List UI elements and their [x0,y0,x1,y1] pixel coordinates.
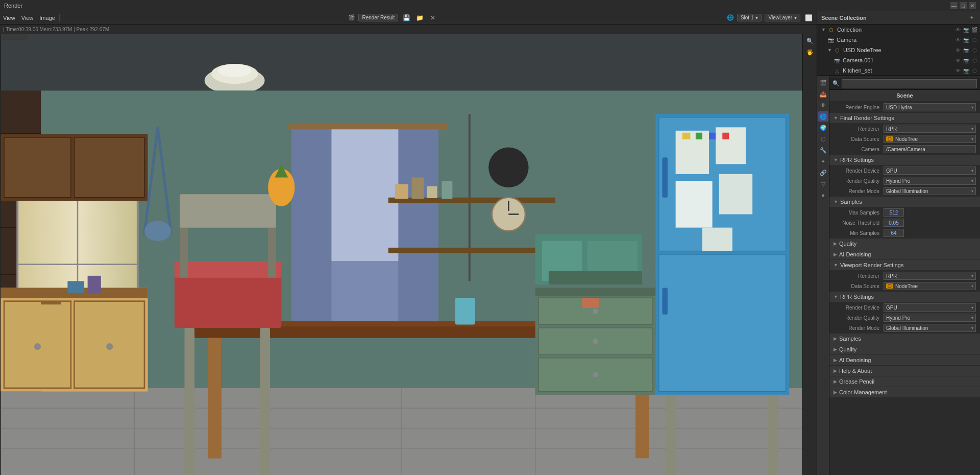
viewport-render-arrow: ▼ [834,263,838,268]
props-icon-modifier[interactable]: 🔧 [818,145,828,155]
fullscreen-icon[interactable]: ⬜ [803,13,814,23]
close-render-icon[interactable]: ✕ [428,13,438,23]
quality-section[interactable]: ▶ Quality [829,239,980,249]
render-device-value-1[interactable]: GPU ▾ [884,167,976,175]
quality-2-title: Quality [839,346,856,352]
nodetree-eye-icon[interactable]: 👁 [954,46,962,54]
nav-icon-2[interactable]: 🖐 [805,47,815,57]
add-collection-icon[interactable]: + [968,14,976,22]
camera001-render-icon[interactable]: ⬡ [971,57,978,64]
quality-section-2[interactable]: ▶ Quality [829,344,980,354]
noise-threshold-value[interactable]: 0.05 [884,219,904,227]
grease-pencil-section[interactable]: ▶ Grease Pencil [829,376,980,387]
samples-section-2[interactable]: ▶ Samples [829,334,980,344]
folder-icon[interactable]: 📁 [414,13,425,23]
render-engine-value[interactable]: USD Hydra ▾ [884,103,976,111]
svg-rect-65 [388,248,555,253]
svg-rect-48 [260,328,270,475]
slot-arrow: ▾ [755,15,758,20]
title-bar-controls[interactable]: — □ ✕ [950,2,976,9]
outliner-item-camera001[interactable]: 📷 Camera.001 👁 📷 ⬡ [817,55,980,65]
props-icon-material[interactable]: ● [818,190,828,200]
help-about-section[interactable]: ▶ Help & About [829,366,980,376]
toolbar-menu: View View Image [3,15,55,21]
props-search-input[interactable] [842,79,977,88]
rpr-settings-section-2[interactable]: ▼ RPR Settings [829,292,980,302]
svg-rect-68 [427,186,437,198]
outliner-item-nodetree[interactable]: ▼ ⬡ USD NodeTree 👁 📷 ⬡ [817,45,980,55]
camera-prop-value[interactable]: /Camera/Camera [884,145,976,153]
viewport-render-section[interactable]: ▼ Viewport Render Settings [829,260,980,270]
render-mode-value-1[interactable]: Global Illumination ▾ [884,187,976,195]
camera-vis-icon[interactable]: 📷 [963,26,970,33]
minimize-button[interactable]: — [950,2,958,9]
kitchenset-eye-icon[interactable]: 👁 [954,67,962,74]
camera-render-icon[interactable]: ⬡ [971,36,978,43]
svg-rect-47 [184,328,194,475]
nodetree-cam-icon[interactable]: 📷 [963,46,970,54]
nav-icon-1[interactable]: 🔍 [805,36,815,46]
render-quality-2-arrow: ▾ [971,316,973,320]
color-management-title: Color Management [839,389,887,395]
ai-denoising-section[interactable]: ▶ AI Denoising [829,249,980,259]
datasource-row: Data Source ⬡ NodeTree ▾ [829,134,980,144]
color-management-section[interactable]: ▶ Color Management [829,387,980,397]
min-samples-label: Min Samples [838,230,884,236]
outliner-item-collection[interactable]: ▼ ⬡ Collection 👁 📷 🎬 [817,25,980,35]
svg-rect-94 [696,133,702,139]
max-samples-value[interactable]: 512 [884,208,904,217]
props-icon-data[interactable]: ▽ [818,179,828,189]
svg-rect-36 [74,137,144,198]
final-render-section[interactable]: ▼ Final Render Settings [829,113,980,123]
props-icon-constraints[interactable]: 🔗 [818,168,828,178]
rpr-settings-section-1[interactable]: ▼ RPR Settings [829,155,980,165]
render-engine-row: Render Engine USD Hydra ▾ [829,102,980,112]
camera-row: Camera /Camera/Camera [829,144,980,154]
close-button[interactable]: ✕ [969,2,976,9]
props-icon-world[interactable]: 🌍 [818,123,828,133]
min-samples-value[interactable]: 64 [884,229,904,237]
min-samples-row: Min Samples 64 [829,228,980,238]
viewlayer-badge[interactable]: ViewLayer ▾ [765,14,800,21]
viewport-datasource-arrow: ▾ [971,284,973,289]
props-icon-render[interactable]: 🎬 [818,78,828,88]
render-device-value-2[interactable]: GPU ▾ [884,303,976,312]
kitchenset-cam-icon[interactable]: 📷 [963,67,970,74]
render-quality-value-2[interactable]: Hybrid Pro ▾ [884,314,976,322]
svg-rect-46 [180,194,276,227]
render-quality-value-1[interactable]: Hybrid Pro ▾ [884,177,976,185]
viewport-datasource-value[interactable]: ⬡ NodeTree ▾ [884,282,976,290]
slot-badge[interactable]: Slot 1 ▾ [737,14,762,21]
image-menu[interactable]: Image [39,15,55,21]
outliner-item-kitchenset[interactable]: △ Kitchen_set 👁 📷 ⬡ [817,65,980,76]
viewport-renderer-value[interactable]: RPR ▾ [884,272,976,280]
render-mode-row-1: Render Mode Global Illumination ▾ [829,186,980,196]
save-icon[interactable]: 💾 [401,13,411,23]
view-menu-1[interactable]: View [3,15,15,21]
view-menu-2[interactable]: View [21,15,34,21]
render-mode-value-2[interactable]: Global Illumination ▾ [884,324,976,332]
camera001-cam-icon[interactable]: 📷 [963,57,970,64]
camera001-eye-icon[interactable]: 👁 [954,57,962,64]
quality-arrow: ▶ [834,241,837,246]
props-icon-view[interactable]: 👁 [818,100,828,110]
nodetree-render-icon[interactable]: ⬡ [971,46,978,54]
render-toolbar: View View Image 🎬 Render Result 💾 📁 ✕ 🌐 … [0,11,817,25]
props-icon-output[interactable]: 📤 [818,89,828,99]
render-vis-icon[interactable]: 🎬 [971,26,978,33]
camera-eye-icon[interactable]: 👁 [954,36,962,43]
renderer-value[interactable]: RPR ▾ [884,125,976,133]
kitchenset-render-icon[interactable]: ⬡ [971,67,978,74]
props-icon-scene[interactable]: 🌐 [818,111,828,122]
outliner-item-camera[interactable]: 📷 Camera 👁 📷 ⬡ [817,35,980,45]
ai-denoising-section-2[interactable]: ▶ AI Denoising [829,355,980,365]
svg-rect-69 [442,181,452,199]
eye-icon[interactable]: 👁 [954,26,962,33]
props-icon-object[interactable]: ⬡ [818,134,828,144]
svg-rect-106 [67,281,84,293]
datasource-value[interactable]: ⬡ NodeTree ▾ [884,135,976,143]
samples-section[interactable]: ▼ Samples [829,197,980,207]
props-icon-particles[interactable]: ✦ [818,156,828,167]
camera-cam-icon[interactable]: 📷 [963,36,970,43]
maximize-button[interactable]: □ [960,2,967,9]
